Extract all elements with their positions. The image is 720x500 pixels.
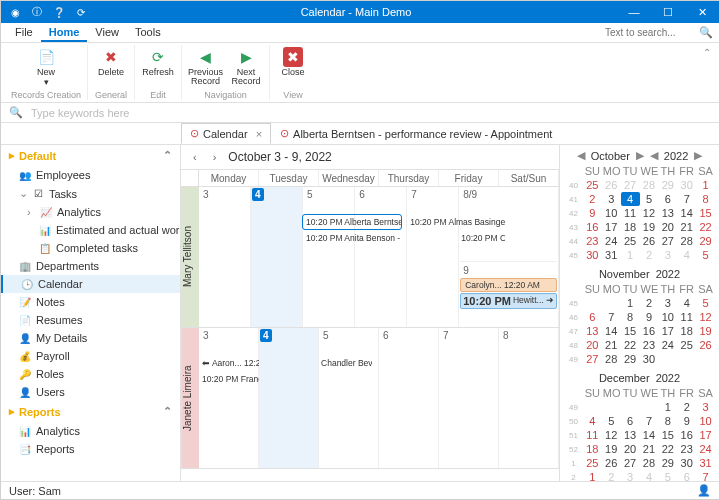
day-number[interactable]: 8 — [621, 310, 640, 324]
day-cell[interactable]: 5 — [319, 328, 379, 468]
sidebar-item-employees[interactable]: 👥Employees — [1, 166, 180, 184]
sidebar-item-users[interactable]: 👤Users — [1, 383, 180, 401]
day-number[interactable]: 28 — [640, 456, 659, 470]
day-number[interactable]: 3 — [696, 400, 715, 414]
day-number[interactable]: 2 — [640, 296, 659, 310]
week-number[interactable]: 41 — [564, 192, 583, 206]
week-number[interactable]: 42 — [564, 206, 583, 220]
sidebar-item-tasks[interactable]: ⌄☑Tasks — [1, 184, 180, 203]
day-number[interactable]: 10 — [696, 414, 715, 428]
day-number[interactable]: 18 — [583, 442, 602, 456]
day-number[interactable]: 1 — [621, 296, 640, 310]
day-number[interactable]: 26 — [696, 338, 715, 352]
refresh-button[interactable]: ⟳Refresh — [141, 47, 175, 77]
qat-icon[interactable]: ◉ — [9, 6, 21, 18]
day-number[interactable]: 22 — [696, 220, 715, 234]
day-number[interactable]: 20 — [658, 220, 677, 234]
day-number[interactable]: 9 — [583, 206, 602, 220]
day-number[interactable]: 4 — [677, 248, 696, 262]
day-number[interactable]: 10 — [602, 206, 621, 220]
day-number[interactable]: 28 — [602, 352, 621, 366]
day-number[interactable]: 14 — [677, 206, 696, 220]
menu-view[interactable]: View — [87, 24, 127, 42]
day-number[interactable]: 19 — [696, 324, 715, 338]
day-number[interactable]: 6 — [621, 414, 640, 428]
day-number[interactable]: 5 — [696, 296, 715, 310]
new-button[interactable]: 📄New▾ — [29, 47, 63, 87]
day-cell[interactable]: 6 — [355, 187, 407, 327]
day-number[interactable]: 9 — [640, 310, 659, 324]
next-button[interactable]: ▶NextRecord — [229, 47, 263, 86]
day-number[interactable]: 13 — [658, 206, 677, 220]
prev-week-button[interactable]: ‹ — [189, 151, 201, 163]
day-number[interactable]: 20 — [583, 338, 602, 352]
day-number[interactable]: 19 — [640, 220, 659, 234]
day-cell[interactable]: 3⬅ Aaron... 12:20 AM 10:20 PM Chandler B… — [199, 328, 259, 468]
day-number[interactable]: 26 — [640, 234, 659, 248]
day-number[interactable]: 30 — [583, 248, 602, 262]
appointment[interactable]: 10:20 PMHewitt... ➜ — [460, 293, 557, 309]
day-number[interactable]: 1 — [658, 400, 677, 414]
day-number[interactable] — [677, 352, 696, 366]
sidebar-item-reports[interactable]: 📑Reports — [1, 440, 180, 458]
search-icon[interactable]: 🔍 — [699, 26, 713, 39]
day-number[interactable]: 28 — [677, 234, 696, 248]
day-number[interactable]: 14 — [602, 324, 621, 338]
month-header[interactable]: December2022 — [564, 372, 715, 384]
day-number[interactable]: 11 — [677, 310, 696, 324]
day-number[interactable]: 30 — [640, 352, 659, 366]
week-number[interactable]: 2 — [564, 470, 583, 481]
day-number[interactable]: 3 — [621, 470, 640, 481]
qat-help-icon[interactable]: ❔ — [53, 6, 65, 18]
day-number[interactable] — [583, 296, 602, 310]
day-number[interactable]: 3 — [658, 296, 677, 310]
day-number[interactable]: 1 — [696, 178, 715, 192]
sidebar-item-completed-tasks[interactable]: 📋Completed tasks — [1, 239, 180, 257]
day-number[interactable]: 7 — [696, 470, 715, 481]
day-number[interactable]: 7 — [677, 192, 696, 206]
day-number[interactable]: 12 — [696, 310, 715, 324]
week-number[interactable]: 45 — [564, 248, 583, 262]
day-number[interactable]: 27 — [583, 352, 602, 366]
maximize-button[interactable]: ☐ — [651, 1, 685, 23]
day-number[interactable] — [621, 400, 640, 414]
week-number[interactable]: 43 — [564, 220, 583, 234]
sidebar-item-roles[interactable]: 🔑Roles — [1, 365, 180, 383]
day-number[interactable]: 2 — [640, 248, 659, 262]
sidebar-group-default[interactable]: ▸ Default⌃ — [1, 145, 180, 166]
keyword-hint[interactable]: Type keywords here — [31, 107, 129, 119]
day-number[interactable]: 17 — [696, 428, 715, 442]
day-number[interactable]: 18 — [621, 220, 640, 234]
day-number[interactable]: 29 — [696, 234, 715, 248]
day-number[interactable]: 21 — [602, 338, 621, 352]
week-number[interactable]: 44 — [564, 234, 583, 248]
day-number[interactable]: 2 — [583, 192, 602, 206]
tab[interactable]: ⊙Alberta Berntsen - performance review -… — [271, 123, 561, 144]
day-number[interactable] — [658, 352, 677, 366]
week-number[interactable]: 51 — [564, 428, 583, 442]
day-number[interactable]: 6 — [677, 470, 696, 481]
day-cell[interactable]: 8 — [499, 328, 559, 468]
tab[interactable]: ⊙Calendar× — [181, 123, 271, 144]
close-button[interactable]: ✖Close — [276, 47, 310, 77]
day-number[interactable]: 3 — [658, 248, 677, 262]
day-number[interactable]: 31 — [602, 248, 621, 262]
day-number[interactable]: 4 — [640, 470, 659, 481]
day-number[interactable]: 3 — [602, 192, 621, 206]
day-number[interactable]: 26 — [602, 178, 621, 192]
menu-home[interactable]: Home — [41, 24, 88, 42]
month-header[interactable]: ◀October▶◀2022▶ — [564, 149, 715, 162]
day-number[interactable]: 25 — [621, 234, 640, 248]
day-number[interactable]: 8 — [658, 414, 677, 428]
sidebar-item-departments[interactable]: 🏢Departments — [1, 257, 180, 275]
day-number[interactable]: 30 — [677, 178, 696, 192]
day-number[interactable]: 6 — [583, 310, 602, 324]
day-number[interactable]: 28 — [640, 178, 659, 192]
menu-tools[interactable]: Tools — [127, 24, 169, 42]
day-number[interactable]: 12 — [640, 206, 659, 220]
week-number[interactable]: 50 — [564, 414, 583, 428]
day-cell[interactable]: 4 — [251, 187, 303, 327]
day-number[interactable]: 23 — [583, 234, 602, 248]
resource-label[interactable]: Janete Limeira — [181, 328, 199, 468]
day-cell[interactable]: 7 — [439, 328, 499, 468]
